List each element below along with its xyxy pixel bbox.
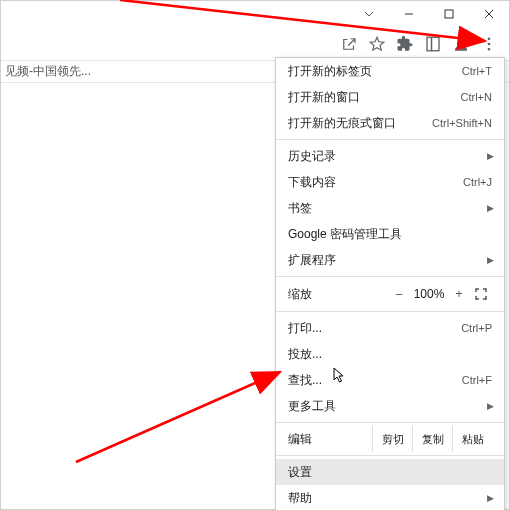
- profile-icon[interactable]: [447, 30, 475, 58]
- chevron-right-icon: ▶: [487, 255, 494, 265]
- svg-rect-2: [431, 37, 433, 51]
- zoom-out-button[interactable]: –: [388, 287, 410, 301]
- edit-cut-button[interactable]: 剪切: [372, 426, 412, 452]
- menu-separator: [276, 455, 504, 456]
- menu-new-incognito[interactable]: 打开新的无痕式窗口Ctrl+Shift+N: [276, 110, 504, 136]
- menu-history[interactable]: 历史记录▶: [276, 143, 504, 169]
- menu-separator: [276, 276, 504, 277]
- toolbar: [1, 27, 509, 61]
- zoom-value: 100%: [410, 287, 448, 301]
- chevron-right-icon: ▶: [487, 203, 494, 213]
- edit-paste-button[interactable]: 粘贴: [452, 426, 492, 452]
- menu-separator: [276, 422, 504, 423]
- extensions-icon[interactable]: [391, 30, 419, 58]
- mouse-cursor-icon: [333, 367, 346, 385]
- window-controls: [349, 1, 509, 27]
- chevron-right-icon: ▶: [487, 493, 494, 503]
- menu-more-tools[interactable]: 更多工具▶: [276, 393, 504, 419]
- svg-point-6: [488, 47, 491, 50]
- menu-cast[interactable]: 投放...: [276, 341, 504, 367]
- chevron-right-icon: ▶: [487, 151, 494, 161]
- menu-find[interactable]: 查找...Ctrl+F: [276, 367, 504, 393]
- tab-title: 见频-中国领先...: [5, 63, 91, 80]
- chevron-right-icon: ▶: [487, 401, 494, 411]
- menu-edit-row: 编辑 剪切 复制 粘贴: [276, 426, 504, 452]
- menu-new-window[interactable]: 打开新的窗口Ctrl+N: [276, 84, 504, 110]
- fullscreen-icon[interactable]: [470, 288, 492, 300]
- menu-new-tab[interactable]: 打开新的标签页Ctrl+T: [276, 58, 504, 84]
- tab-dropdown-button[interactable]: [349, 1, 389, 27]
- zoom-in-button[interactable]: +: [448, 287, 470, 301]
- menu-separator: [276, 311, 504, 312]
- svg-rect-1: [427, 37, 439, 51]
- svg-rect-0: [445, 10, 453, 18]
- menu-settings[interactable]: 设置: [276, 459, 504, 485]
- chrome-main-menu[interactable]: 打开新的标签页Ctrl+T 打开新的窗口Ctrl+N 打开新的无痕式窗口Ctrl…: [275, 57, 505, 510]
- reading-list-icon[interactable]: [419, 30, 447, 58]
- close-button[interactable]: [469, 1, 509, 27]
- menu-help[interactable]: 帮助▶: [276, 485, 504, 510]
- svg-point-5: [488, 42, 491, 45]
- share-icon[interactable]: [335, 30, 363, 58]
- edit-copy-button[interactable]: 复制: [412, 426, 452, 452]
- star-icon[interactable]: [363, 30, 391, 58]
- menu-print[interactable]: 打印...Ctrl+P: [276, 315, 504, 341]
- menu-separator: [276, 139, 504, 140]
- svg-point-3: [458, 38, 464, 44]
- browser-window: 见频-中国领先... 打开新的标签页Ctrl+T 打开新的窗口Ctrl+N 打开…: [0, 0, 510, 510]
- menu-zoom-row: 缩放 – 100% +: [276, 280, 504, 308]
- menu-password-manager[interactable]: Google 密码管理工具: [276, 221, 504, 247]
- menu-extensions[interactable]: 扩展程序▶: [276, 247, 504, 273]
- minimize-button[interactable]: [389, 1, 429, 27]
- svg-point-4: [488, 37, 491, 40]
- menu-icon[interactable]: [475, 30, 503, 58]
- menu-bookmarks[interactable]: 书签▶: [276, 195, 504, 221]
- menu-downloads[interactable]: 下载内容Ctrl+J: [276, 169, 504, 195]
- maximize-button[interactable]: [429, 1, 469, 27]
